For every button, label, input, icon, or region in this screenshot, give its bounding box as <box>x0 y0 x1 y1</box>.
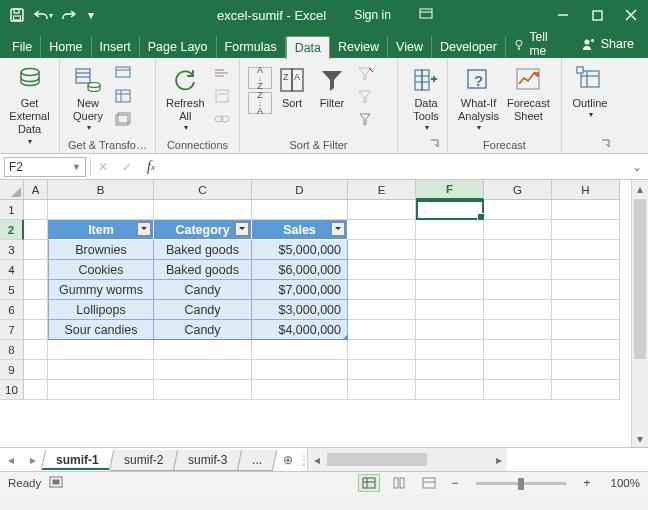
cell[interactable] <box>552 280 620 300</box>
row-header[interactable]: 6 <box>0 300 24 320</box>
normal-view-button[interactable] <box>358 474 380 492</box>
row-header[interactable]: 1 <box>0 200 24 220</box>
cell[interactable] <box>24 360 48 380</box>
refresh-all-button[interactable]: Refresh All▾ <box>162 61 209 135</box>
row-header[interactable]: 5 <box>0 280 24 300</box>
cell[interactable] <box>348 340 416 360</box>
edit-links-icon[interactable] <box>211 109 233 129</box>
cell[interactable] <box>348 240 416 260</box>
cell[interactable] <box>48 340 154 360</box>
cell[interactable] <box>416 220 484 240</box>
scroll-down-icon[interactable]: ▾ <box>632 430 648 447</box>
cell[interactable] <box>252 200 348 220</box>
cell[interactable] <box>24 280 48 300</box>
cell[interactable]: $3,000,000 <box>252 300 348 320</box>
cell[interactable] <box>484 260 552 280</box>
cell[interactable] <box>416 360 484 380</box>
share-button[interactable]: Share <box>572 30 644 58</box>
cell[interactable]: Category <box>154 220 252 240</box>
cell[interactable] <box>348 300 416 320</box>
maximize-button[interactable] <box>580 0 614 30</box>
cell[interactable]: Baked goods <box>154 260 252 280</box>
zoom-in-button[interactable]: + <box>580 476 594 490</box>
cell[interactable]: $7,000,000 <box>252 280 348 300</box>
cell[interactable] <box>416 340 484 360</box>
cell[interactable] <box>24 380 48 400</box>
cell[interactable] <box>484 380 552 400</box>
cell[interactable]: Cookies <box>48 260 154 280</box>
tab-formulas[interactable]: Formulas <box>217 36 286 58</box>
cell[interactable] <box>552 200 620 220</box>
row-header[interactable]: 8 <box>0 340 24 360</box>
sheet-tab[interactable]: sumif-3 <box>173 450 243 471</box>
cell[interactable] <box>416 380 484 400</box>
cell[interactable] <box>154 380 252 400</box>
advanced-icon[interactable] <box>354 109 376 129</box>
redo-icon[interactable] <box>58 4 80 26</box>
scrollbar-thumb[interactable] <box>634 199 646 359</box>
scrollbar-thumb[interactable] <box>327 453 427 466</box>
cell[interactable] <box>252 340 348 360</box>
cell[interactable]: Sour candies <box>48 320 154 340</box>
cell[interactable] <box>416 320 484 340</box>
sort-za-button[interactable]: Z↓A <box>248 92 272 114</box>
row-header[interactable]: 7 <box>0 320 24 340</box>
tab-file[interactable]: File <box>4 36 41 58</box>
column-header[interactable]: E <box>348 180 416 200</box>
connections-icon[interactable] <box>211 63 233 83</box>
row-header[interactable]: 10 <box>0 380 24 400</box>
cell[interactable] <box>24 340 48 360</box>
macro-icon[interactable] <box>49 476 63 490</box>
cell[interactable] <box>348 220 416 240</box>
what-if-button[interactable]: ?What-If Analysis▾ <box>454 61 503 135</box>
cell[interactable]: $4,000,000 <box>252 320 348 340</box>
scroll-right-icon[interactable]: ▸ <box>490 451 507 468</box>
zoom-slider[interactable] <box>476 482 566 485</box>
sheet-nav-prev-icon[interactable]: ◂ <box>0 448 22 471</box>
column-header[interactable]: B <box>48 180 154 200</box>
cell[interactable] <box>552 300 620 320</box>
sheet-tab[interactable]: sumif-1 <box>41 450 114 471</box>
column-header[interactable]: F <box>416 180 484 200</box>
qat-customize-icon[interactable]: ▾ <box>84 4 98 26</box>
close-button[interactable] <box>614 0 648 30</box>
cancel-formula-icon[interactable]: ✕ <box>91 157 115 177</box>
save-icon[interactable] <box>6 4 28 26</box>
cell[interactable]: $6,000,000 <box>252 260 348 280</box>
properties-icon[interactable] <box>211 86 233 106</box>
sign-in-link[interactable]: Sign in <box>354 8 391 22</box>
cell[interactable]: Candy <box>154 300 252 320</box>
new-query-button[interactable]: New Query▾ <box>66 61 110 135</box>
outline-button[interactable]: Outline▾ <box>568 61 612 122</box>
vertical-scrollbar[interactable]: ▴ ▾ <box>631 180 648 447</box>
filter-button[interactable]: Filter <box>312 61 352 112</box>
cell[interactable] <box>552 320 620 340</box>
column-header[interactable]: H <box>552 180 620 200</box>
cell[interactable] <box>416 280 484 300</box>
cell[interactable] <box>484 320 552 340</box>
name-box[interactable]: F2▼ <box>4 157 86 177</box>
cell[interactable] <box>416 200 484 220</box>
zoom-level[interactable]: 100% <box>602 477 640 489</box>
sort-az-button[interactable]: A↓Z <box>248 67 272 89</box>
tab-review[interactable]: Review <box>330 36 388 58</box>
cell[interactable] <box>484 220 552 240</box>
cell[interactable] <box>484 280 552 300</box>
cell[interactable] <box>484 300 552 320</box>
cell[interactable] <box>24 320 48 340</box>
from-table-icon[interactable] <box>112 86 134 106</box>
undo-icon[interactable]: ▾ <box>32 4 54 26</box>
cell[interactable] <box>252 380 348 400</box>
cell[interactable] <box>484 240 552 260</box>
cell[interactable] <box>154 340 252 360</box>
column-header[interactable]: G <box>484 180 552 200</box>
cell[interactable] <box>552 260 620 280</box>
expand-formula-bar-icon[interactable]: ⌄ <box>626 160 648 174</box>
show-queries-icon[interactable] <box>112 63 134 83</box>
row-header[interactable]: 3 <box>0 240 24 260</box>
cell[interactable] <box>48 360 154 380</box>
column-header[interactable]: C <box>154 180 252 200</box>
horizontal-scrollbar[interactable]: ◂ ▸ <box>307 448 507 471</box>
tell-me-search[interactable]: Tell me <box>506 30 572 58</box>
cell[interactable]: Lollipops <box>48 300 154 320</box>
